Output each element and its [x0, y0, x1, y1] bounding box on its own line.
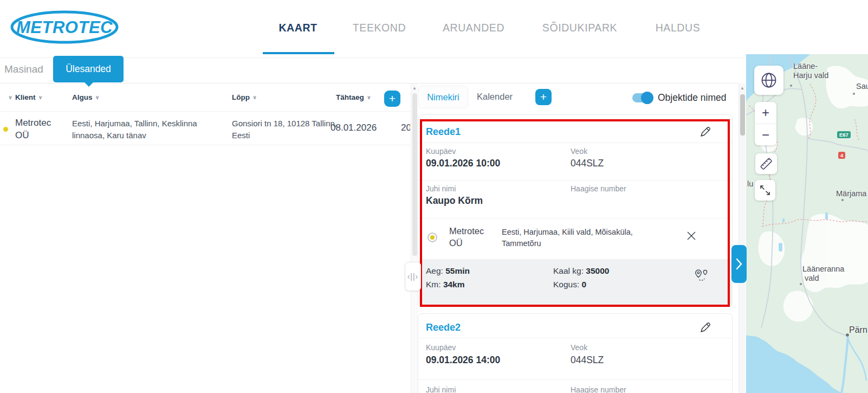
aeg-label: Aeg:	[426, 266, 443, 275]
cell-lopp: Gonsiori tn 18, 10128 Tallinn, Eesti	[232, 118, 346, 141]
trip-stats-footer: Aeg: 55min Km: 34km Kaal kg: 35000 Kogus…	[419, 259, 733, 307]
label-haagise-number: Haagise number	[571, 184, 626, 193]
kaal-label: Kaal kg:	[553, 266, 584, 275]
chevron-down-icon: ∨	[95, 94, 100, 100]
tab-kalender[interactable]: Kalender	[477, 92, 513, 102]
divider	[418, 379, 732, 380]
label-kuupaev: Kuupäev	[426, 147, 456, 156]
road-badge-4: 4	[838, 152, 845, 159]
map-zoom-control: + −	[755, 102, 776, 145]
value-kuupaev: 09.01.2026 14:00	[426, 355, 500, 366]
edit-pencil-icon[interactable]	[699, 321, 711, 333]
nav-teekond[interactable]: TEEKOND	[353, 22, 406, 34]
stop-radio-button[interactable]	[427, 233, 437, 242]
scroll-up-icon[interactable]: ▲	[740, 86, 744, 91]
value-kuupaev: 09.01.2026 10:00	[426, 158, 500, 169]
logo-text: METROTEC	[16, 18, 113, 37]
remove-stop-icon[interactable]	[686, 230, 697, 241]
radio-dot	[430, 235, 435, 240]
nav-aruanded[interactable]: ARUANDED	[443, 22, 504, 34]
label-haagise-number: Haagise number	[571, 385, 626, 393]
scrollbar-thumb[interactable]	[740, 94, 745, 136]
cell-tahtaeg: 08.01.2026	[331, 123, 377, 133]
edit-pencil-icon[interactable]	[699, 126, 711, 138]
subtab-pointer	[85, 82, 93, 87]
value-juhi-nimi: Kaupo Kõrm	[426, 195, 483, 207]
globe-icon	[760, 72, 778, 89]
chevron-down-icon: ∨	[252, 94, 257, 100]
subtab-masinad[interactable]: Masinad	[4, 63, 43, 75]
objektide-nimed-toggle[interactable]	[632, 93, 652, 102]
column-label-algus: Algus	[72, 93, 93, 101]
chevron-down-icon: ∨	[367, 94, 371, 100]
expand-arrows-icon	[759, 184, 772, 197]
divider	[418, 143, 732, 143]
tasks-table-panel: ∨ Klient∨ Algus∨ Lõpp∨ Tähtaeg∨ + Metrot…	[0, 83, 410, 393]
kogus-label: Kogus:	[553, 280, 579, 289]
kaal-value: 35000	[586, 266, 609, 275]
value-veok: 044SLZ	[571, 355, 604, 366]
panel-splitter-handle[interactable]: ‹||›	[405, 262, 421, 291]
value-veok: 044SLZ	[571, 158, 604, 169]
cell-klient: Metrotec OÜ	[15, 117, 60, 141]
column-header-tahtaeg[interactable]: Tähtaeg∨	[336, 93, 371, 101]
stop-client-name: Metrotec OÜ	[449, 225, 496, 249]
show-route-icon[interactable]	[694, 269, 709, 282]
table-row[interactable]: Metrotec OÜ Eesti, Harjumaa, Tallinn, Ke…	[0, 111, 410, 145]
map-layers-button[interactable]	[754, 66, 783, 95]
toggle-knob	[641, 92, 653, 104]
label-kuupaev: Kuupäev	[426, 343, 456, 352]
toggle-label: Objektide nimed	[658, 92, 726, 104]
column-header-lopp[interactable]: Lõpp∨	[232, 93, 257, 101]
ruler-icon	[759, 157, 773, 171]
label-juhi-nimi: Juhi nimi	[426, 184, 456, 193]
column-header-algus[interactable]: Algus∨	[72, 93, 100, 101]
zoom-out-button[interactable]: −	[755, 124, 776, 146]
sort-all-chevron-icon[interactable]: ∨	[5, 93, 12, 101]
add-trip-button[interactable]: +	[535, 89, 552, 105]
nav-kaart[interactable]: KAART	[278, 22, 317, 34]
card-title: Reede1	[426, 126, 461, 138]
subtab-ulesanded[interactable]: Ülesanded	[53, 56, 124, 82]
tasks-panel-scrollbar[interactable]: ▲	[739, 83, 746, 393]
cell-algus: Eesti, Harjumaa, Tallinn, Kesklinna linn…	[72, 118, 223, 141]
label-veok: Veok	[571, 147, 587, 156]
add-task-button[interactable]: +	[384, 91, 400, 107]
km-value: 34km	[443, 280, 465, 289]
divider	[418, 180, 732, 181]
left-panel-scrollbar[interactable]: ▲	[411, 83, 418, 393]
column-label-tahtaeg: Tähtaeg	[336, 93, 364, 101]
label-veok: Veok	[571, 343, 587, 352]
divider	[418, 338, 732, 338]
fullscreen-map-button[interactable]	[755, 180, 775, 201]
active-nav-underline	[263, 52, 334, 54]
stop-address: Eesti, Harjumaa, Kiili vald, Mõisaküla, …	[502, 227, 659, 249]
km-label: Km:	[426, 280, 441, 289]
status-dot	[3, 127, 8, 132]
label-juhi-nimi: Juhi nimi	[426, 385, 456, 393]
column-label-klient: Klient	[15, 93, 36, 101]
tab-nimekiri[interactable]: Nimekiri	[418, 86, 468, 108]
trip-card-reede2[interactable]: Reede2 Kuupäev 09.01.2026 14:00 Veok 044…	[418, 313, 733, 393]
column-header-klient[interactable]: Klient∨	[15, 93, 43, 101]
measure-distance-button[interactable]	[755, 153, 777, 174]
nav-haldus[interactable]: HALDUS	[656, 22, 701, 34]
cell-tahtaeg-time: 20	[401, 123, 410, 133]
road-badge-e67: E67	[837, 131, 851, 138]
chevron-down-icon: ∨	[38, 94, 43, 100]
trip-card-reede1[interactable]: Reede1 Kuupäev 09.01.2026 10:00 Veok 044…	[418, 114, 733, 307]
card-title: Reede2	[426, 322, 461, 333]
app-header: METROTEC KAART TEEKOND ARUANDED SÕIDUKIP…	[0, 0, 868, 58]
aeg-value: 55min	[445, 266, 470, 275]
metrotec-logo[interactable]: METROTEC	[10, 10, 119, 44]
chevron-right-icon	[735, 258, 743, 270]
divider	[418, 218, 732, 218]
scroll-up-icon[interactable]: ▲	[412, 86, 417, 91]
zoom-in-button[interactable]: +	[755, 102, 776, 124]
expand-panel-button[interactable]	[731, 245, 747, 283]
scrollbar-thumb[interactable]	[412, 93, 417, 256]
column-label-lopp: Lõpp	[232, 93, 250, 101]
kogus-value: 0	[582, 280, 587, 289]
nav-soidukipark[interactable]: SÕIDUKIPARK	[542, 22, 617, 34]
